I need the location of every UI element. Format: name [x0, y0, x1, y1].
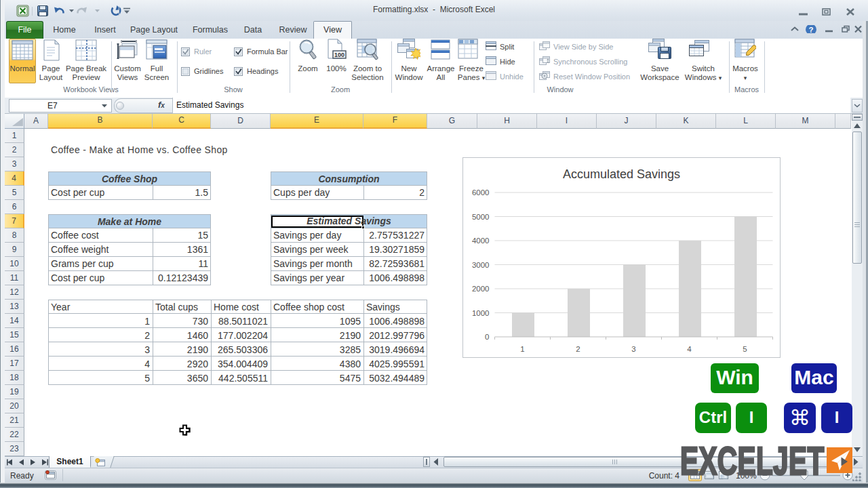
svg-text:Accumulated Savings: Accumulated Savings	[563, 167, 680, 181]
svg-text:2000: 2000	[472, 285, 490, 293]
svg-text:5: 5	[743, 345, 747, 353]
svg-text:5000: 5000	[472, 213, 490, 221]
svg-text:100: 100	[334, 52, 344, 58]
svg-text:0: 0	[485, 333, 489, 341]
svg-text:6000: 6000	[472, 188, 490, 197]
svg-text:3000: 3000	[472, 261, 490, 269]
svg-text:?: ?	[808, 26, 813, 34]
svg-text:2: 2	[576, 345, 580, 353]
svg-text:3: 3	[631, 345, 635, 353]
svg-text:4000: 4000	[472, 237, 490, 245]
svg-text:1: 1	[520, 345, 524, 353]
svg-text:4: 4	[687, 345, 692, 353]
svg-text:1000: 1000	[472, 309, 490, 317]
